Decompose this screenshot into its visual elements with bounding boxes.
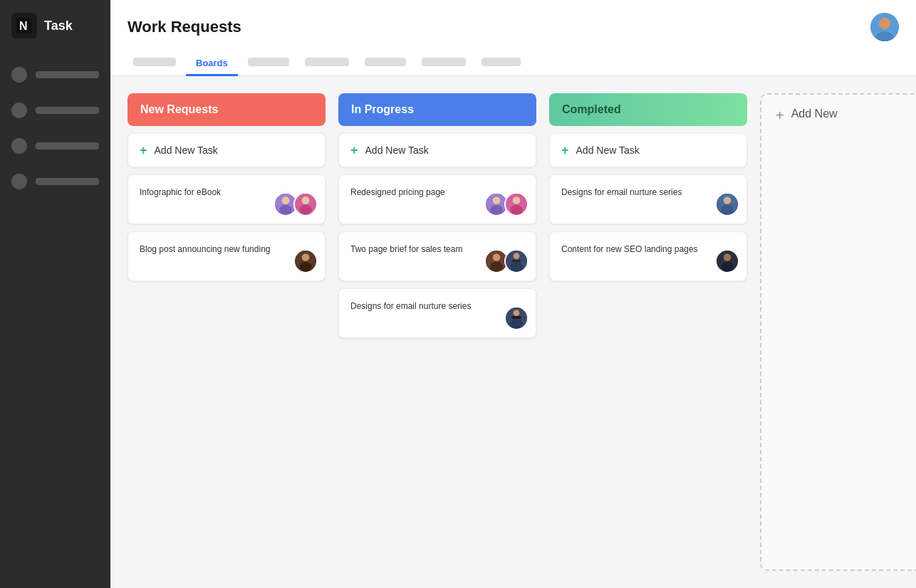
svg-rect-31 bbox=[511, 316, 521, 319]
tab-placeholder-6 bbox=[482, 58, 521, 66]
nav-icon-3 bbox=[11, 138, 27, 154]
column-completed: Completed + Add New Task Designs for ema… bbox=[549, 93, 747, 281]
sidebar-item-4[interactable] bbox=[0, 165, 110, 198]
tab-boards[interactable]: Boards bbox=[186, 52, 238, 76]
task-card-seo-landing[interactable]: Content for new SEO landing pages bbox=[549, 231, 747, 281]
svg-point-21 bbox=[510, 205, 523, 215]
task-card-sales-brief[interactable]: Two page brief for sales team bbox=[338, 231, 536, 281]
app-logo-icon: N bbox=[11, 13, 37, 38]
task-avatars-designs-email bbox=[715, 192, 739, 216]
header: Work Requests Boards bbox=[110, 0, 916, 76]
nav-label-3 bbox=[36, 142, 99, 149]
page-title: Work Requests bbox=[127, 18, 241, 36]
svg-point-30 bbox=[514, 310, 520, 316]
svg-point-20 bbox=[513, 196, 521, 204]
sidebar-navigation bbox=[0, 51, 110, 205]
task-avatars-infographic bbox=[274, 192, 318, 216]
task-card-designs-email[interactable]: Designs for email nurture series bbox=[549, 174, 747, 224]
plus-icon-completed: + bbox=[561, 144, 569, 157]
svg-point-38 bbox=[721, 262, 734, 272]
task-card-blog-post[interactable]: Blog post announcing new funding bbox=[127, 231, 326, 281]
add-new-column[interactable]: + Add New bbox=[760, 93, 916, 571]
task-avatars-seo bbox=[715, 249, 739, 273]
nav-label-2 bbox=[36, 107, 99, 114]
sidebar: N Task bbox=[0, 0, 110, 588]
tab-bar: Boards bbox=[127, 51, 899, 75]
main-content: Work Requests Boards New Requests bbox=[110, 0, 916, 588]
sidebar-item-1[interactable] bbox=[0, 58, 110, 91]
tab-placeholder-3 bbox=[305, 58, 349, 66]
svg-point-34 bbox=[724, 196, 732, 204]
add-task-button-in-progress[interactable]: + Add New Task bbox=[338, 133, 536, 167]
svg-point-3 bbox=[879, 18, 890, 29]
task-card-email-nurture[interactable]: Designs for email nurture series bbox=[338, 288, 536, 338]
add-task-button-new-requests[interactable]: + Add New Task bbox=[127, 133, 326, 167]
svg-point-17 bbox=[493, 196, 501, 204]
svg-point-11 bbox=[299, 205, 312, 215]
task-avatar-2 bbox=[293, 192, 318, 216]
column-new-requests: New Requests + Add New Task Infographic … bbox=[127, 93, 326, 281]
tab-placeholder-2 bbox=[248, 58, 289, 66]
board-area: New Requests + Add New Task Infographic … bbox=[110, 76, 916, 588]
sidebar-logo[interactable]: N Task bbox=[0, 0, 110, 51]
task-avatars-sales bbox=[484, 249, 529, 273]
task-avatar-email-1 bbox=[504, 306, 529, 330]
nav-label-1 bbox=[36, 71, 99, 78]
add-column-label: Add New bbox=[791, 107, 838, 120]
task-card-infographic[interactable]: Infographic for eBook bbox=[127, 174, 326, 224]
column-in-progress: In Progress + Add New Task Redesigned pr… bbox=[338, 93, 536, 338]
app-name: Task bbox=[44, 19, 73, 33]
task-avatar-pricing-2 bbox=[504, 192, 529, 216]
task-card-pricing-page[interactable]: Redesigned pricing page bbox=[338, 174, 536, 224]
task-avatar-brown bbox=[293, 249, 318, 273]
task-avatar-designs-1 bbox=[715, 192, 739, 216]
task-title-designs-email: Designs for email nurture series bbox=[561, 187, 682, 197]
sidebar-item-2[interactable] bbox=[0, 94, 110, 127]
svg-point-23 bbox=[493, 253, 501, 261]
task-title-blog: Blog post announcing new funding bbox=[140, 244, 270, 254]
tab-placeholder-4 bbox=[365, 58, 406, 66]
column-header-new-requests: New Requests bbox=[127, 93, 326, 126]
task-title-sales: Two page brief for sales team bbox=[350, 244, 462, 254]
svg-point-26 bbox=[514, 253, 520, 259]
tab-placeholder-5 bbox=[422, 58, 466, 66]
svg-point-37 bbox=[724, 253, 732, 261]
column-header-in-progress: In Progress bbox=[338, 93, 536, 126]
column-header-completed: Completed bbox=[549, 93, 747, 126]
nav-icon-4 bbox=[11, 174, 27, 189]
add-task-label-in-progress: Add New Task bbox=[365, 145, 429, 156]
svg-text:N: N bbox=[19, 20, 27, 32]
svg-point-15 bbox=[299, 262, 312, 272]
plus-icon-in-progress: + bbox=[350, 144, 358, 157]
svg-point-18 bbox=[490, 205, 503, 215]
nav-icon-2 bbox=[11, 103, 27, 118]
add-task-label-new-requests: Add New Task bbox=[155, 145, 218, 156]
nav-icon-1 bbox=[11, 67, 27, 83]
add-column-plus-icon: + bbox=[776, 107, 784, 124]
svg-point-12 bbox=[302, 196, 310, 204]
task-title-email-nurture: Designs for email nurture series bbox=[350, 301, 471, 311]
task-avatar-sales-2 bbox=[504, 249, 529, 273]
task-title-infographic: Infographic for eBook bbox=[140, 187, 221, 197]
svg-point-14 bbox=[302, 253, 310, 261]
plus-icon-new-requests: + bbox=[140, 144, 147, 157]
task-title-pricing: Redesigned pricing page bbox=[350, 187, 445, 197]
svg-point-32 bbox=[510, 319, 523, 329]
task-avatars-pricing bbox=[484, 192, 529, 216]
nav-label-4 bbox=[36, 178, 99, 185]
add-task-button-completed[interactable]: + Add New Task bbox=[549, 133, 747, 167]
task-avatars-email-nurture bbox=[504, 306, 529, 330]
svg-point-8 bbox=[282, 196, 290, 204]
add-task-label-completed: Add New Task bbox=[576, 145, 640, 156]
task-avatar-seo-1 bbox=[715, 249, 739, 273]
svg-point-28 bbox=[510, 262, 523, 272]
svg-point-24 bbox=[490, 262, 503, 272]
task-avatars-blog bbox=[293, 249, 318, 273]
user-avatar[interactable] bbox=[870, 13, 899, 41]
svg-point-7 bbox=[279, 205, 292, 215]
task-title-seo: Content for new SEO landing pages bbox=[561, 244, 697, 254]
svg-point-35 bbox=[721, 205, 734, 215]
header-top: Work Requests bbox=[127, 13, 899, 41]
sidebar-item-3[interactable] bbox=[0, 130, 110, 162]
tab-placeholder-1 bbox=[133, 58, 176, 66]
